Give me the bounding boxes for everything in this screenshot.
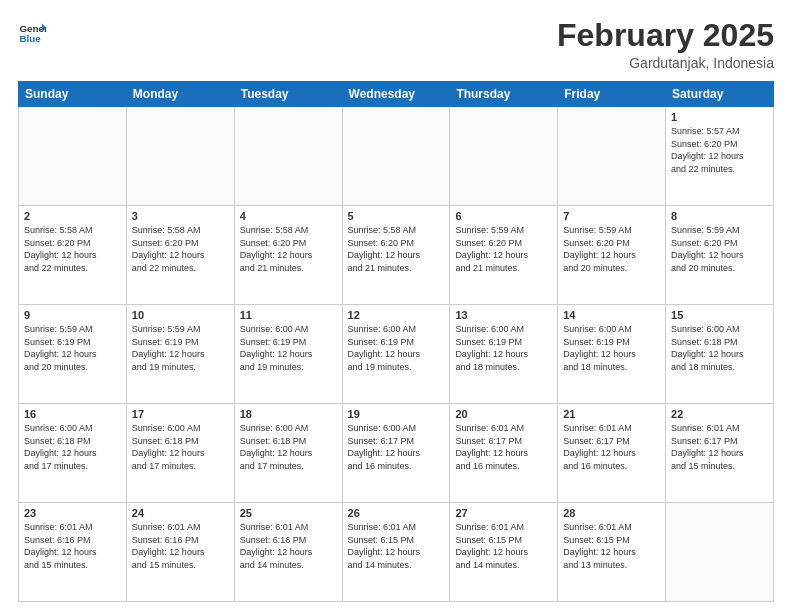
day-cell: 2Sunrise: 5:58 AM Sunset: 6:20 PM Daylig… xyxy=(19,206,127,305)
day-number: 3 xyxy=(132,210,229,222)
day-number: 16 xyxy=(24,408,121,420)
day-cell: 13Sunrise: 6:00 AM Sunset: 6:19 PM Dayli… xyxy=(450,305,558,404)
day-info: Sunrise: 5:59 AM Sunset: 6:19 PM Dayligh… xyxy=(24,323,121,373)
col-friday: Friday xyxy=(558,82,666,107)
day-info: Sunrise: 5:58 AM Sunset: 6:20 PM Dayligh… xyxy=(132,224,229,274)
day-info: Sunrise: 6:01 AM Sunset: 6:17 PM Dayligh… xyxy=(563,422,660,472)
calendar-table: Sunday Monday Tuesday Wednesday Thursday… xyxy=(18,81,774,602)
day-cell: 25Sunrise: 6:01 AM Sunset: 6:16 PM Dayli… xyxy=(234,503,342,602)
week-row-1: 2Sunrise: 5:58 AM Sunset: 6:20 PM Daylig… xyxy=(19,206,774,305)
day-number: 2 xyxy=(24,210,121,222)
day-info: Sunrise: 5:58 AM Sunset: 6:20 PM Dayligh… xyxy=(240,224,337,274)
day-cell: 5Sunrise: 5:58 AM Sunset: 6:20 PM Daylig… xyxy=(342,206,450,305)
day-number: 21 xyxy=(563,408,660,420)
day-number: 6 xyxy=(455,210,552,222)
day-cell: 10Sunrise: 5:59 AM Sunset: 6:19 PM Dayli… xyxy=(126,305,234,404)
day-cell: 3Sunrise: 5:58 AM Sunset: 6:20 PM Daylig… xyxy=(126,206,234,305)
day-cell: 28Sunrise: 6:01 AM Sunset: 6:15 PM Dayli… xyxy=(558,503,666,602)
day-number: 12 xyxy=(348,309,445,321)
day-cell: 24Sunrise: 6:01 AM Sunset: 6:16 PM Dayli… xyxy=(126,503,234,602)
col-monday: Monday xyxy=(126,82,234,107)
day-cell xyxy=(19,107,127,206)
day-info: Sunrise: 6:01 AM Sunset: 6:17 PM Dayligh… xyxy=(455,422,552,472)
day-info: Sunrise: 6:01 AM Sunset: 6:15 PM Dayligh… xyxy=(563,521,660,571)
location: Gardutanjak, Indonesia xyxy=(557,55,774,71)
day-cell: 4Sunrise: 5:58 AM Sunset: 6:20 PM Daylig… xyxy=(234,206,342,305)
day-number: 13 xyxy=(455,309,552,321)
day-info: Sunrise: 6:00 AM Sunset: 6:19 PM Dayligh… xyxy=(563,323,660,373)
day-info: Sunrise: 6:00 AM Sunset: 6:19 PM Dayligh… xyxy=(348,323,445,373)
day-number: 17 xyxy=(132,408,229,420)
day-cell: 21Sunrise: 6:01 AM Sunset: 6:17 PM Dayli… xyxy=(558,404,666,503)
day-cell: 20Sunrise: 6:01 AM Sunset: 6:17 PM Dayli… xyxy=(450,404,558,503)
day-cell: 16Sunrise: 6:00 AM Sunset: 6:18 PM Dayli… xyxy=(19,404,127,503)
day-info: Sunrise: 6:00 AM Sunset: 6:19 PM Dayligh… xyxy=(455,323,552,373)
day-info: Sunrise: 5:58 AM Sunset: 6:20 PM Dayligh… xyxy=(24,224,121,274)
day-number: 24 xyxy=(132,507,229,519)
day-info: Sunrise: 6:00 AM Sunset: 6:18 PM Dayligh… xyxy=(240,422,337,472)
day-number: 7 xyxy=(563,210,660,222)
day-cell xyxy=(558,107,666,206)
day-info: Sunrise: 5:59 AM Sunset: 6:19 PM Dayligh… xyxy=(132,323,229,373)
day-info: Sunrise: 5:59 AM Sunset: 6:20 PM Dayligh… xyxy=(671,224,768,274)
day-cell: 17Sunrise: 6:00 AM Sunset: 6:18 PM Dayli… xyxy=(126,404,234,503)
day-info: Sunrise: 6:01 AM Sunset: 6:16 PM Dayligh… xyxy=(132,521,229,571)
col-sunday: Sunday xyxy=(19,82,127,107)
day-number: 18 xyxy=(240,408,337,420)
col-thursday: Thursday xyxy=(450,82,558,107)
day-cell xyxy=(126,107,234,206)
col-tuesday: Tuesday xyxy=(234,82,342,107)
week-row-3: 16Sunrise: 6:00 AM Sunset: 6:18 PM Dayli… xyxy=(19,404,774,503)
day-info: Sunrise: 6:00 AM Sunset: 6:18 PM Dayligh… xyxy=(24,422,121,472)
day-info: Sunrise: 5:57 AM Sunset: 6:20 PM Dayligh… xyxy=(671,125,768,175)
logo: General Blue xyxy=(18,18,50,46)
day-number: 1 xyxy=(671,111,768,123)
day-cell: 22Sunrise: 6:01 AM Sunset: 6:17 PM Dayli… xyxy=(666,404,774,503)
day-number: 9 xyxy=(24,309,121,321)
col-wednesday: Wednesday xyxy=(342,82,450,107)
day-number: 28 xyxy=(563,507,660,519)
day-number: 15 xyxy=(671,309,768,321)
day-number: 14 xyxy=(563,309,660,321)
day-number: 26 xyxy=(348,507,445,519)
day-info: Sunrise: 6:00 AM Sunset: 6:18 PM Dayligh… xyxy=(132,422,229,472)
day-info: Sunrise: 6:01 AM Sunset: 6:16 PM Dayligh… xyxy=(240,521,337,571)
day-cell: 23Sunrise: 6:01 AM Sunset: 6:16 PM Dayli… xyxy=(19,503,127,602)
day-number: 27 xyxy=(455,507,552,519)
day-info: Sunrise: 6:01 AM Sunset: 6:16 PM Dayligh… xyxy=(24,521,121,571)
day-info: Sunrise: 6:01 AM Sunset: 6:15 PM Dayligh… xyxy=(455,521,552,571)
day-number: 11 xyxy=(240,309,337,321)
day-number: 19 xyxy=(348,408,445,420)
day-number: 4 xyxy=(240,210,337,222)
day-info: Sunrise: 5:59 AM Sunset: 6:20 PM Dayligh… xyxy=(563,224,660,274)
day-cell: 26Sunrise: 6:01 AM Sunset: 6:15 PM Dayli… xyxy=(342,503,450,602)
day-cell: 8Sunrise: 5:59 AM Sunset: 6:20 PM Daylig… xyxy=(666,206,774,305)
day-info: Sunrise: 6:01 AM Sunset: 6:17 PM Dayligh… xyxy=(671,422,768,472)
day-cell xyxy=(234,107,342,206)
day-cell: 7Sunrise: 5:59 AM Sunset: 6:20 PM Daylig… xyxy=(558,206,666,305)
day-info: Sunrise: 6:00 AM Sunset: 6:18 PM Dayligh… xyxy=(671,323,768,373)
day-info: Sunrise: 6:00 AM Sunset: 6:17 PM Dayligh… xyxy=(348,422,445,472)
page: General Blue February 2025 Gardutanjak, … xyxy=(0,0,792,612)
day-number: 22 xyxy=(671,408,768,420)
calendar-header-row: Sunday Monday Tuesday Wednesday Thursday… xyxy=(19,82,774,107)
day-cell xyxy=(450,107,558,206)
day-cell: 11Sunrise: 6:00 AM Sunset: 6:19 PM Dayli… xyxy=(234,305,342,404)
title-block: February 2025 Gardutanjak, Indonesia xyxy=(557,18,774,71)
svg-text:Blue: Blue xyxy=(19,33,41,44)
day-info: Sunrise: 5:58 AM Sunset: 6:20 PM Dayligh… xyxy=(348,224,445,274)
day-cell: 27Sunrise: 6:01 AM Sunset: 6:15 PM Dayli… xyxy=(450,503,558,602)
day-cell: 15Sunrise: 6:00 AM Sunset: 6:18 PM Dayli… xyxy=(666,305,774,404)
day-number: 5 xyxy=(348,210,445,222)
day-number: 23 xyxy=(24,507,121,519)
week-row-0: 1Sunrise: 5:57 AM Sunset: 6:20 PM Daylig… xyxy=(19,107,774,206)
day-number: 20 xyxy=(455,408,552,420)
day-number: 10 xyxy=(132,309,229,321)
day-cell: 18Sunrise: 6:00 AM Sunset: 6:18 PM Dayli… xyxy=(234,404,342,503)
day-cell: 12Sunrise: 6:00 AM Sunset: 6:19 PM Dayli… xyxy=(342,305,450,404)
day-info: Sunrise: 6:01 AM Sunset: 6:15 PM Dayligh… xyxy=(348,521,445,571)
week-row-2: 9Sunrise: 5:59 AM Sunset: 6:19 PM Daylig… xyxy=(19,305,774,404)
col-saturday: Saturday xyxy=(666,82,774,107)
logo-icon: General Blue xyxy=(18,18,46,46)
week-row-4: 23Sunrise: 6:01 AM Sunset: 6:16 PM Dayli… xyxy=(19,503,774,602)
